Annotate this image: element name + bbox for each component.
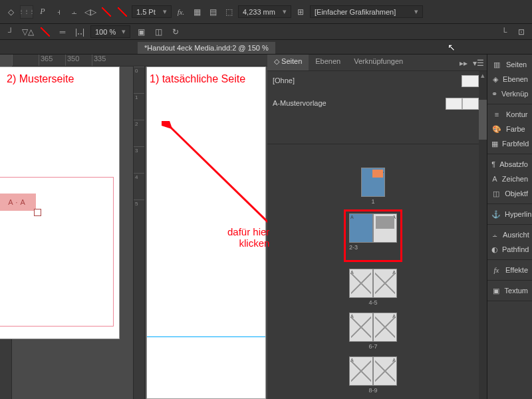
dock-ausricht[interactable]: ⫠Ausricht xyxy=(487,227,532,242)
frame-options-icon[interactable]: ⊞ xyxy=(294,5,307,19)
page-thumb-8[interactable]: A xyxy=(349,356,373,386)
text-wrap-1-icon[interactable]: ▦ xyxy=(190,5,203,19)
pages-panel: ◇ Seiten Ebenen Verknüpfungen ▸▸ ▾☰ [Ohn… xyxy=(267,55,487,399)
control-bar-2: ┘ ▽△ ═ |‥| 100 % ▣ ◫ ↻ └ ⊡ xyxy=(0,24,532,40)
align-icon: ⫠ xyxy=(491,230,499,239)
annotation-page: 1) tatsächliche Seite xyxy=(150,73,245,85)
corner-options-icon[interactable]: └ xyxy=(497,25,511,39)
page-num-1: 1 xyxy=(371,198,374,205)
spread-6-7[interactable]: A A 6-7 xyxy=(267,313,479,350)
text-wrap-2-icon[interactable]: ▤ xyxy=(206,5,219,19)
stroke-width-dropdown[interactable]: 1.5 Pt xyxy=(132,5,172,18)
ruler-vertical-mid: 012345 xyxy=(133,66,145,399)
hyperlink-icon: ⚓ xyxy=(491,209,501,219)
frame-fit-icon[interactable]: ⊡ xyxy=(515,25,528,39)
no-fill-icon[interactable] xyxy=(100,5,113,19)
dock-verknuep[interactable]: ⚭Verknüp xyxy=(487,86,532,101)
obj-style-icon: ◫ xyxy=(491,189,501,198)
swap-fill-stroke-icon[interactable] xyxy=(39,25,52,39)
highlight-box: A A 2-3 xyxy=(344,209,402,262)
opacity-dropdown[interactable]: 100 % xyxy=(90,25,130,38)
spread-8-9[interactable]: A A 8-9 xyxy=(267,356,479,394)
master-page-view[interactable]: A · A xyxy=(0,66,120,339)
tab-seiten[interactable]: ◇ Seiten xyxy=(267,55,309,70)
marker-A-right: A xyxy=(20,198,25,206)
spread-1[interactable]: A 1 xyxy=(267,168,479,205)
dock-kontur[interactable]: ≡Kontur xyxy=(487,107,532,122)
marker-dot: · xyxy=(16,199,18,206)
wrap-bound-icon[interactable]: ◫ xyxy=(152,25,165,39)
corner-icon[interactable]: ┘ xyxy=(4,25,17,39)
none-master-label[interactable]: [Ohne] xyxy=(273,76,481,84)
rotate-icon[interactable]: ↻ xyxy=(169,25,182,39)
page-thumb-6[interactable]: A xyxy=(349,313,373,342)
no-stroke-icon[interactable] xyxy=(116,5,129,19)
align-horiz-icon[interactable]: ⫞ xyxy=(52,5,65,19)
none-master-thumb[interactable] xyxy=(462,75,479,87)
char-style-icon: A xyxy=(491,174,498,184)
tab-verknuepfungen[interactable]: Verknüpfungen xyxy=(347,55,410,70)
spread-2-3[interactable]: A A 2-3 xyxy=(267,211,479,262)
p-icon[interactable]: P xyxy=(36,5,49,19)
dock-hyperlink[interactable]: ⚓Hyperlin xyxy=(487,207,532,221)
fx-icon[interactable]: fx. xyxy=(174,5,188,19)
page-thumb-1[interactable]: A xyxy=(361,168,385,197)
workspace: 365350335 012 012345 A · A 2) Musterseit… xyxy=(0,55,532,399)
measure-input[interactable]: 4,233 mm xyxy=(238,5,291,18)
dock-pathfind[interactable]: ◐Pathfind xyxy=(487,242,532,257)
align-vert-icon[interactable]: ⫠ xyxy=(68,5,81,19)
dock-absatz[interactable]: ¶Absatzfo xyxy=(487,157,532,172)
ruler-horizontal: 365350335 xyxy=(12,55,267,66)
arrow-up-icon[interactable]: ▴ xyxy=(479,71,487,80)
page-thumb-7[interactable]: A xyxy=(373,313,397,342)
page-number-marker[interactable]: A · A xyxy=(0,194,36,211)
panel-tab-bar: ◇ Seiten Ebenen Verknüpfungen ▸▸ ▾☰ xyxy=(267,55,487,71)
gap-icon[interactable]: |‥| xyxy=(73,25,86,39)
page-thumb-2[interactable]: A xyxy=(349,213,373,243)
pages-list[interactable]: A 1 A A 2-3 A A 4-5 xyxy=(267,161,479,399)
document-tab[interactable]: *Handout 4eck Media.indd:2 @ 150 % xyxy=(138,42,275,54)
pages-scrollbar[interactable]: ▴ xyxy=(479,71,487,399)
page-num-6-7: 6-7 xyxy=(368,343,377,350)
annotation-master: 2) Musterseite xyxy=(7,73,74,85)
anchor-point-icon[interactable]: ◇ xyxy=(4,5,17,19)
dock-farbe[interactable]: 🎨Farbe xyxy=(487,122,532,136)
page-thumb-9[interactable]: A xyxy=(373,356,397,386)
stroke-style-icon[interactable]: ═ xyxy=(56,25,69,39)
collapse-panel-icon[interactable]: ▸▸ xyxy=(457,57,470,70)
right-panel-dock: ▥Seiten ◈Ebenen ⚭Verknüp ≡Kontur 🎨Farbe … xyxy=(487,55,532,399)
layers-icon: ◈ xyxy=(491,74,499,84)
ref-point-grid[interactable]: ⋮⋮⋮ xyxy=(20,5,33,19)
mouse-cursor: ↖ xyxy=(448,42,456,53)
frame-preset-dropdown[interactable]: [Einfacher Grafikrahmen] xyxy=(310,5,423,18)
dock-objektf[interactable]: ◫Objektf xyxy=(487,186,532,201)
master-pages-area[interactable]: [Ohne] A-Mustervorlage xyxy=(267,71,487,144)
page-thumb-4[interactable]: A xyxy=(349,269,373,298)
dock-ebenen[interactable]: ◈Ebenen xyxy=(487,72,532,86)
tab-ebenen[interactable]: Ebenen xyxy=(309,55,347,70)
page-num-2-3: 2-3 xyxy=(349,244,397,251)
dock-seiten[interactable]: ▥Seiten xyxy=(487,57,532,72)
marker-A-left: A xyxy=(8,198,13,206)
a-master-thumb[interactable] xyxy=(446,98,479,110)
page-thumb-3[interactable]: A xyxy=(373,213,397,243)
page-num-8-9: 8-9 xyxy=(368,387,377,394)
panel-menu-icon[interactable]: ▾☰ xyxy=(471,57,485,70)
pages-icon: ▥ xyxy=(491,60,502,69)
scrollbar-thumb[interactable] xyxy=(479,100,487,140)
page-thumb-5[interactable]: A xyxy=(373,269,397,298)
pathfinder-icon: ◐ xyxy=(491,245,498,254)
dock-zeichen[interactable]: AZeichen xyxy=(487,172,532,186)
wrap-none-icon[interactable]: ▣ xyxy=(134,25,148,39)
spread-4-5[interactable]: A A 4-5 xyxy=(267,269,479,306)
dock-textum[interactable]: ▣Textum xyxy=(487,283,532,298)
links-icon: ⚭ xyxy=(491,89,497,98)
flip-v-icon[interactable]: ▽△ xyxy=(21,25,35,39)
dock-effekte[interactable]: fxEffekte xyxy=(487,263,532,277)
flip-horiz-icon[interactable]: ◁▷ xyxy=(84,5,97,19)
dock-farbfeld[interactable]: ▦Farbfeld xyxy=(487,136,532,151)
annotation-click: dafür hier klicken xyxy=(227,226,269,249)
color-icon: 🎨 xyxy=(491,124,502,134)
control-bar-1: ◇ ⋮⋮⋮ P ⫞ ⫠ ◁▷ 1.5 Pt fx. ▦ ▤ ⬚ 4,233 mm… xyxy=(0,0,532,24)
crop-icon[interactable]: ⬚ xyxy=(222,5,235,19)
